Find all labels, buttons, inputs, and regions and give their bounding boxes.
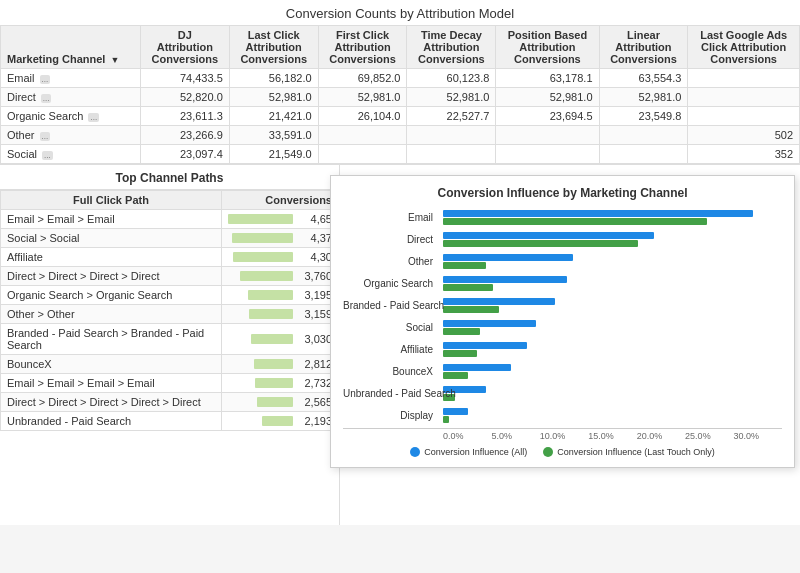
x-tick-label: 30.0% bbox=[734, 429, 782, 441]
legend-item: Conversion Influence (Last Touch Only) bbox=[543, 447, 714, 457]
tag-label: ... bbox=[42, 151, 53, 160]
paths-col-conversions: Conversions bbox=[222, 191, 339, 210]
bar-visual bbox=[240, 271, 293, 281]
conversion-value: 3,159 bbox=[297, 308, 332, 320]
path-cell: Branded - Paid Search > Branded - Paid S… bbox=[1, 324, 222, 355]
chart-row: BounceX bbox=[443, 362, 782, 380]
bar-visual bbox=[255, 378, 293, 388]
chart-bars bbox=[443, 254, 782, 269]
conversions-cell: 3,159 bbox=[222, 305, 339, 324]
blue-bar bbox=[443, 320, 536, 327]
table-row: Direct ... 52,820.0 52,981.0 52,981.0 52… bbox=[1, 88, 800, 107]
tag-label: ... bbox=[40, 132, 51, 141]
conversion-value: 2,812 bbox=[297, 358, 332, 370]
legend-dot bbox=[543, 447, 553, 457]
green-bar bbox=[443, 284, 493, 291]
conversion-value: 4,65 bbox=[297, 213, 332, 225]
table-row: Other ... 23,266.9 33,591.0 502 bbox=[1, 126, 800, 145]
chart-row: Display bbox=[443, 406, 782, 424]
x-tick-label: 10.0% bbox=[540, 429, 588, 441]
position-cell: 23,694.5 bbox=[496, 107, 599, 126]
first-click-cell: 52,981.0 bbox=[318, 88, 407, 107]
last-google-cell: 502 bbox=[688, 126, 800, 145]
attribution-table: Marketing Channel ▼ DJAttributionConvers… bbox=[0, 25, 800, 164]
conversions-cell: 4,30 bbox=[222, 248, 339, 267]
col-header-linear: LinearAttributionConversions bbox=[599, 26, 688, 69]
last-google-cell bbox=[688, 88, 800, 107]
blue-bar bbox=[443, 254, 573, 261]
legend-dot bbox=[410, 447, 420, 457]
channel-cell: Other ... bbox=[1, 126, 141, 145]
path-cell: BounceX bbox=[1, 355, 222, 374]
bar-visual bbox=[249, 309, 293, 319]
chart-row: Unbranded - Paid Search bbox=[443, 384, 782, 402]
blue-bar bbox=[443, 342, 527, 349]
path-cell: Email > Email > Email bbox=[1, 210, 222, 229]
chart-channel-label: Display bbox=[343, 410, 439, 421]
position-cell: 52,981.0 bbox=[496, 88, 599, 107]
conversion-value: 3,030 bbox=[297, 333, 332, 345]
bar-visual bbox=[232, 233, 293, 243]
last-click-cell: 52,981.0 bbox=[229, 88, 318, 107]
chart-row: Email bbox=[443, 208, 782, 226]
x-tick-label: 15.0% bbox=[588, 429, 636, 441]
chart-bars bbox=[443, 320, 782, 335]
chart-bars bbox=[443, 210, 782, 225]
channel-cell: Social ... bbox=[1, 145, 141, 164]
dj-cell: 74,433.5 bbox=[140, 69, 229, 88]
paths-col-path: Full Click Path bbox=[1, 191, 222, 210]
chart-bars bbox=[443, 408, 782, 423]
main-table-container: Marketing Channel ▼ DJAttributionConvers… bbox=[0, 25, 800, 165]
last-click-cell: 33,591.0 bbox=[229, 126, 318, 145]
time-decay-cell: 52,981.0 bbox=[407, 88, 496, 107]
list-item: Affiliate 4,30 bbox=[1, 248, 339, 267]
chart-channel-label: BounceX bbox=[343, 366, 439, 377]
list-item: Direct > Direct > Direct > Direct 3,760 bbox=[1, 267, 339, 286]
time-decay-cell: 22,527.7 bbox=[407, 107, 496, 126]
conversions-cell: 4,37 bbox=[222, 229, 339, 248]
col-header-last-click: Last ClickAttributionConversions bbox=[229, 26, 318, 69]
chart-row: Affiliate bbox=[443, 340, 782, 358]
chart-bars bbox=[443, 298, 782, 313]
blue-bar bbox=[443, 276, 567, 283]
blue-bar bbox=[443, 298, 555, 305]
conversion-value: 2,732 bbox=[297, 377, 332, 389]
col-header-channel[interactable]: Marketing Channel ▼ bbox=[1, 26, 141, 69]
sort-icon: ▼ bbox=[110, 55, 119, 65]
position-cell: 63,178.1 bbox=[496, 69, 599, 88]
last-google-cell: 352 bbox=[688, 145, 800, 164]
conversions-cell: 2,812 bbox=[222, 355, 339, 374]
list-item: Other > Other 3,159 bbox=[1, 305, 339, 324]
conversion-value: 3,195 bbox=[297, 289, 332, 301]
dj-cell: 52,820.0 bbox=[140, 88, 229, 107]
bar-visual bbox=[257, 397, 293, 407]
chart-row: Direct bbox=[443, 230, 782, 248]
path-cell: Direct > Direct > Direct > Direct > Dire… bbox=[1, 393, 222, 412]
dj-cell: 23,611.3 bbox=[140, 107, 229, 126]
bottom-section: Top Channel Paths Full Click Path Conver… bbox=[0, 165, 800, 525]
first-click-cell bbox=[318, 126, 407, 145]
list-item: Email > Email > Email 4,65 bbox=[1, 210, 339, 229]
x-axis: 0.0%5.0%10.0%15.0%20.0%25.0%30.0% bbox=[343, 428, 782, 441]
conversions-cell: 2,732 bbox=[222, 374, 339, 393]
chart-bars bbox=[443, 342, 782, 357]
channel-cell: Direct ... bbox=[1, 88, 141, 107]
blue-bar bbox=[443, 210, 753, 217]
time-decay-cell bbox=[407, 126, 496, 145]
linear-cell: 63,554.3 bbox=[599, 69, 688, 88]
col-header-position: Position BasedAttributionConversions bbox=[496, 26, 599, 69]
conversion-value: 2,565 bbox=[297, 396, 332, 408]
linear-cell bbox=[599, 126, 688, 145]
last-google-cell bbox=[688, 107, 800, 126]
legend-item: Conversion Influence (All) bbox=[410, 447, 527, 457]
position-cell bbox=[496, 145, 599, 164]
chart-channel-label: Unbranded - Paid Search bbox=[343, 388, 439, 399]
green-bar bbox=[443, 328, 480, 335]
path-cell: Unbranded - Paid Search bbox=[1, 412, 222, 431]
table-row: Email ... 74,433.5 56,182.0 69,852.0 60,… bbox=[1, 69, 800, 88]
chart-channel-label: Branded - Paid Search bbox=[343, 300, 439, 311]
tag-label: ... bbox=[88, 113, 99, 122]
green-bar bbox=[443, 372, 468, 379]
green-bar bbox=[443, 240, 638, 247]
col-header-dj: DJAttributionConversions bbox=[140, 26, 229, 69]
